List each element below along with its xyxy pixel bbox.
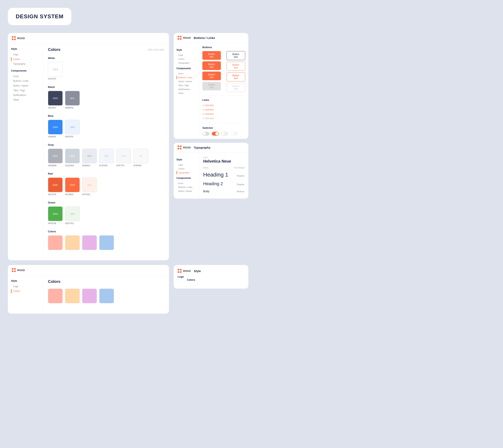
swatch-box: 100% xyxy=(48,120,63,134)
btn-primary-1[interactable]: Button text xyxy=(202,51,221,60)
btn-primary-2[interactable]: Button text xyxy=(202,61,221,70)
swatch-box: 10% xyxy=(65,120,80,134)
green-swatches: 100% #4FB14B 10% #EDF7ED xyxy=(48,207,164,224)
swatch-hex: #348AF8 xyxy=(48,136,56,138)
r-typography[interactable]: Typography xyxy=(176,61,196,65)
btn-outline-1[interactable]: Button text xyxy=(227,51,245,60)
second-style-title: Style xyxy=(11,279,40,282)
toggle-on-1[interactable] xyxy=(212,132,219,136)
r-select[interactable]: Select / Inputs xyxy=(176,80,196,83)
second-panel-header: ROAD xyxy=(8,265,169,275)
t-buttons[interactable]: Buttons / Links xyxy=(176,185,196,189)
main-layout: ROAD Style Logo Colors Typography Compon… xyxy=(8,33,495,260)
swatch-hex: #FFF0EC xyxy=(82,193,91,196)
swatch-hex: #FFFFFF xyxy=(48,78,56,80)
r-logo[interactable]: Logo xyxy=(176,53,196,57)
logo-name-2: ROAD xyxy=(183,36,190,39)
r-tabs[interactable]: Tabs / Tags xyxy=(176,83,196,87)
r-icons[interactable]: Icons xyxy=(176,72,196,75)
r-other[interactable]: Other xyxy=(176,91,196,95)
btn-outline-red[interactable]: Button text xyxy=(227,72,245,81)
color-swatch xyxy=(48,235,63,251)
color-swatch xyxy=(65,288,80,304)
buttons-panel-body: Style Logo Colors Typography Components … xyxy=(174,43,248,139)
color-swatch: 100% #CDD4D9 xyxy=(65,149,80,167)
t-logo[interactable]: Logo xyxy=(176,163,196,166)
t-icons[interactable]: Icons xyxy=(176,181,196,185)
typography-panel-title: Typography xyxy=(194,146,210,149)
logo-dot-11 xyxy=(178,148,179,149)
second-left-sidebar: Style Logo Colors xyxy=(8,275,43,314)
swatch-hex: #CDD4D9 xyxy=(65,164,74,167)
swatch-hex: #EDF7ED xyxy=(65,222,74,224)
t-typography[interactable]: Typography xyxy=(176,171,196,174)
link-item-2[interactable]: + Link text xyxy=(202,108,245,111)
sidebar-item-icons[interactable]: Icons xyxy=(11,74,40,79)
panel-body: Style Logo Colors Typography Components … xyxy=(8,43,169,260)
link-item-4: + Link text xyxy=(202,117,245,120)
r-notifications[interactable]: Notifications xyxy=(176,87,196,91)
gray-section: Gray 200% #ADB0B9 100% #CDD4D9 80% #E8EB xyxy=(48,143,164,167)
update-date: UPD: 03.01.2023 xyxy=(148,48,164,51)
swatch-box: 10% xyxy=(116,149,131,163)
second-p2-logo[interactable]: Logo xyxy=(178,275,184,281)
second-colors[interactable]: Colors xyxy=(11,289,40,293)
toggle-knob-2 xyxy=(215,132,219,135)
sidebar-item-typography[interactable]: Typography xyxy=(11,62,40,66)
second-panel-2-sidebar-items: Logo Colors xyxy=(178,275,244,283)
sidebar-item-tabs[interactable]: Tabs / Tags xyxy=(11,88,40,93)
color-swatch: 5% #F9F9FA xyxy=(133,149,148,167)
logo-dot-14 xyxy=(14,268,16,270)
color-swatch: 60% #8BBF9D xyxy=(65,91,80,109)
logo-dot-2 xyxy=(14,36,16,38)
plus-icon-3: + xyxy=(202,112,204,116)
swatch-box xyxy=(99,288,114,303)
link-item-1[interactable]: + Link text xyxy=(202,104,245,107)
link-text-3: Link text xyxy=(205,113,214,115)
sidebar-item-logo[interactable]: Logo xyxy=(11,52,40,57)
black-title: Black xyxy=(48,85,164,88)
right-sidebar-buttons: Style Logo Colors Typography Components … xyxy=(174,43,199,139)
second-p2-colors[interactable]: Colors xyxy=(187,278,195,281)
btn-outline-orange[interactable]: Button text xyxy=(227,62,245,71)
second-panel-body: Style Logo Colors Colors xyxy=(8,275,169,314)
r-buttons-links[interactable]: Buttons / Links xyxy=(176,76,196,79)
typography-panel-body: Style Logo Colors Typography Components … xyxy=(174,152,248,199)
content-header: Colors UPD: 03.01.2023 xyxy=(48,47,164,52)
logo-dot-3 xyxy=(12,39,13,40)
logo-dot-6 xyxy=(180,36,182,37)
toggle-off-1[interactable] xyxy=(202,132,209,136)
r-colors[interactable]: Colors xyxy=(176,57,196,61)
color-swatch xyxy=(99,235,114,251)
sidebar-item-notifications[interactable]: Notifications xyxy=(11,93,40,97)
green-title: Green xyxy=(48,201,164,204)
swatch-box xyxy=(82,288,97,303)
gray-swatches: 200% #ADB0B9 100% #CDD4D9 80% #E8EBF1 xyxy=(48,149,164,167)
h1-weight: Regular xyxy=(237,175,244,177)
swatch-box: 10% xyxy=(65,207,80,221)
white-title: White xyxy=(48,57,164,60)
link-item-3[interactable]: + Link text xyxy=(202,112,245,116)
sidebar-item-colors[interactable]: Colors xyxy=(11,57,40,61)
white-swatches: 100% #FFFFFF xyxy=(48,62,164,80)
swatch-hex: #F9F9FA xyxy=(133,164,141,167)
sidebar-item-other[interactable]: Other xyxy=(11,98,40,102)
panel-header: ROAD xyxy=(8,33,169,43)
link-text-1: Link text xyxy=(205,104,214,107)
swatch-hex: #F6F7F9 xyxy=(116,164,124,167)
links-section-title: Links xyxy=(202,98,245,101)
red-section: Red 200% #EC5F35 100% #FC6B40 10% #FFF0E xyxy=(48,172,164,196)
buttons-area: Button text Button text Button text Butt… xyxy=(202,51,245,92)
color-swatch: 80% #E8EBF1 xyxy=(82,149,97,167)
sidebar-item-select[interactable]: Select / Inputs xyxy=(11,83,40,88)
t-select[interactable]: Select / Inputs xyxy=(176,189,196,193)
btn-primary-3[interactable]: Button text xyxy=(202,72,221,80)
logo-dot-13 xyxy=(12,268,13,270)
color-swatch: 20% #F2F5FB xyxy=(99,149,114,167)
logo-dot-4 xyxy=(14,39,16,40)
t-colors[interactable]: Colors xyxy=(176,167,196,170)
second-logo[interactable]: Logo xyxy=(11,284,40,288)
typo-table-header: Name Font Weight xyxy=(203,167,244,169)
plus-icon-1: + xyxy=(202,104,204,107)
sidebar-item-buttons[interactable]: Buttons / Links xyxy=(11,79,40,83)
